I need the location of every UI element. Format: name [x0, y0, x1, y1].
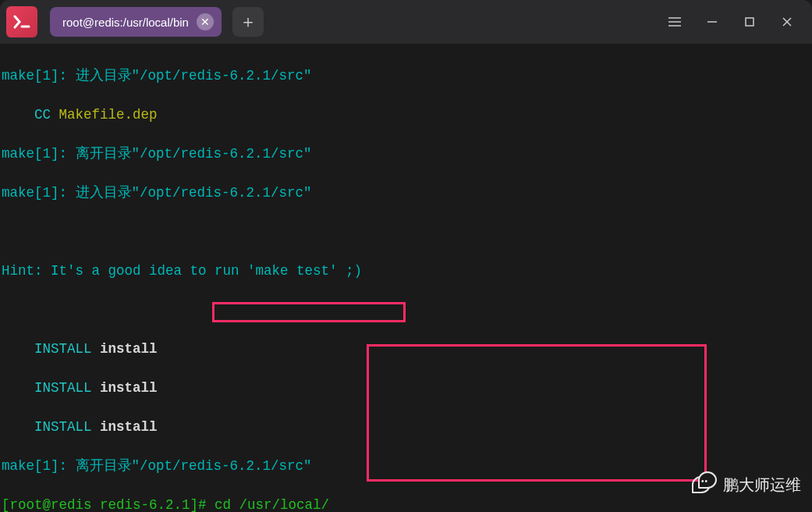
minimize-button[interactable]: [693, 6, 731, 37]
output-line: INSTALL install: [2, 340, 810, 359]
output-line: make[1]: 进入目录"/opt/redis-6.2.1/src": [2, 183, 810, 203]
close-window-button[interactable]: [768, 6, 806, 37]
new-tab-button[interactable]: ＋: [232, 7, 264, 37]
prompt-line: [root@redis redis-6.2.1]# cd /usr/local/: [2, 496, 810, 512]
output-line: make[1]: 离开目录"/opt/redis-6.2.1/src": [2, 144, 810, 164]
terminal-icon: [13, 15, 30, 29]
maximize-button[interactable]: [731, 6, 768, 37]
hamburger-menu-icon[interactable]: [656, 6, 693, 37]
output-line: make[1]: 离开目录"/opt/redis-6.2.1/src": [2, 457, 810, 476]
terminal-area[interactable]: make[1]: 进入目录"/opt/redis-6.2.1/src" CC M…: [0, 44, 812, 512]
watermark-text: 鹏大师运维: [723, 475, 801, 496]
output-line: make[1]: 进入目录"/opt/redis-6.2.1/src": [2, 66, 810, 86]
wechat-icon: ••: [692, 471, 718, 498]
tab-close-button[interactable]: ✕: [197, 13, 214, 30]
svg-rect-5: [746, 18, 753, 26]
output-line: INSTALL install: [2, 418, 810, 437]
output-line: [2, 300, 810, 320]
active-tab[interactable]: root@redis:/usr/local/bin ✕: [50, 7, 222, 37]
window-controls: [656, 6, 806, 37]
app-icon: [6, 6, 37, 37]
tab-title: root@redis:/usr/local/bin: [62, 16, 189, 29]
output-line: CC Makefile.dep: [2, 105, 810, 125]
watermark: •• 鹏大师运维: [692, 471, 801, 498]
output-line: Hint: It's a good idea to run 'make test…: [2, 261, 810, 281]
titlebar: root@redis:/usr/local/bin ✕ ＋: [0, 0, 812, 44]
output-line: INSTALL install: [2, 379, 810, 398]
output-line: [2, 222, 810, 242]
